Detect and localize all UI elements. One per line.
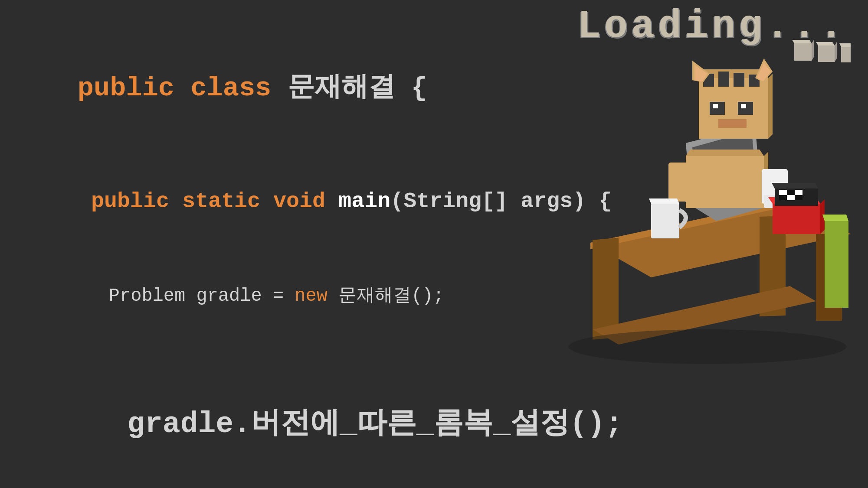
keyword-new: new — [295, 286, 338, 306]
svg-marker-55 — [839, 43, 851, 47]
svg-rect-48 — [794, 43, 812, 61]
svg-rect-42 — [787, 195, 795, 200]
code-classname: 문재해결 { — [288, 73, 427, 104]
svg-marker-49 — [792, 40, 812, 43]
svg-rect-26 — [668, 163, 690, 202]
voxel-svg — [512, 35, 851, 364]
svg-rect-54 — [841, 47, 851, 62]
keyword-public-class: public class — [78, 73, 288, 104]
code-constructor: 문재해결(); — [338, 286, 444, 306]
svg-rect-33 — [773, 204, 820, 234]
svg-rect-15 — [718, 72, 729, 87]
svg-rect-43 — [795, 195, 802, 200]
svg-rect-21 — [741, 104, 746, 108]
svg-rect-16 — [734, 73, 744, 87]
svg-rect-46 — [651, 204, 679, 238]
svg-rect-23 — [686, 156, 764, 208]
svg-rect-44 — [825, 221, 848, 308]
voxel-illustration — [512, 35, 851, 364]
svg-marker-24 — [686, 150, 764, 156]
code-line-4: gradle.버전에_따른_롬복_설정(); — [56, 356, 623, 488]
svg-marker-47 — [649, 198, 679, 204]
svg-rect-22 — [718, 119, 747, 128]
svg-marker-13 — [768, 74, 773, 139]
svg-rect-51 — [818, 46, 835, 62]
code-var-decl: Problem gradle = — [109, 286, 295, 306]
svg-point-72 — [569, 329, 846, 364]
code-method-call: gradle.버전에_따른_롬복_설정(); — [127, 407, 623, 441]
svg-rect-11 — [699, 78, 768, 139]
svg-marker-53 — [835, 42, 837, 62]
svg-marker-45 — [822, 215, 848, 221]
svg-rect-20 — [713, 104, 718, 108]
svg-rect-2 — [593, 238, 619, 340]
keyword-main: main — [338, 189, 390, 214]
svg-marker-37 — [772, 183, 818, 189]
svg-marker-52 — [816, 42, 835, 46]
svg-rect-41 — [779, 195, 787, 200]
svg-marker-50 — [812, 40, 814, 61]
keyword-public-static-void: public static void — [91, 189, 338, 214]
